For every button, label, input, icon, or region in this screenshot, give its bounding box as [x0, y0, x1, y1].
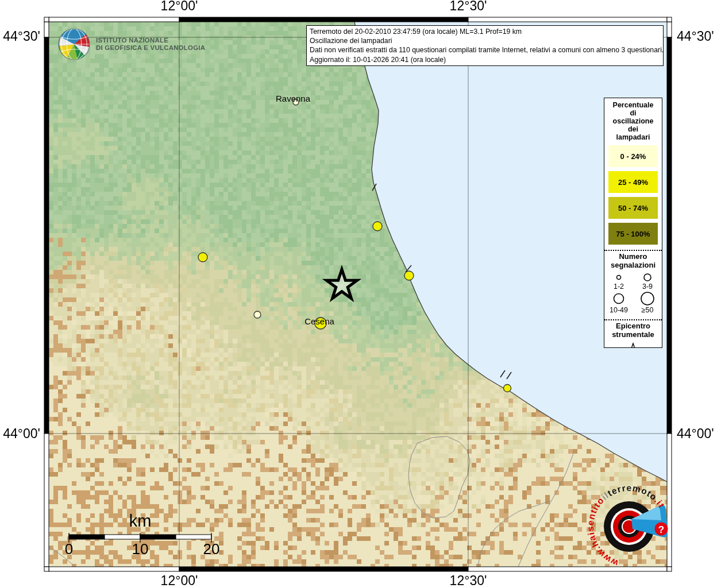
map-frame-band: [49, 17, 179, 22]
map-frame-band: [667, 22, 672, 37]
legend-percent-title-l3: oscillazione: [604, 117, 662, 125]
observation-dot: [198, 253, 207, 262]
ingv-globe-icon: [57, 28, 91, 61]
lon-label-bottom-1200: 12°00': [161, 573, 198, 588]
scale-bar-tick-label: 10: [132, 540, 149, 558]
legend: Percentuale di oscillazione dei lampadar…: [604, 98, 662, 348]
lat-label-left-4430: 44°30': [1, 29, 40, 44]
legend-counts-title-l2: segnalazioni: [604, 261, 662, 270]
legend-counts-title: Numero segnalazioni: [604, 253, 662, 269]
observation-dot: [504, 385, 511, 392]
count-circle-50plus-icon: [638, 291, 657, 307]
observation-dot: [373, 222, 382, 231]
count-label-1-2: 1-2: [604, 283, 633, 291]
haisentito-watermark-logo: ?www.haisentitoilterremoto.it: [585, 483, 668, 568]
event-title: Terremoto del 20-02-2010 23:47:59 (ora l…: [310, 27, 660, 36]
scale-bar-segment: [69, 535, 105, 539]
lon-label-bottom-1230: 12°30': [450, 573, 487, 588]
map-frame-band: [667, 17, 672, 22]
macroseismic-map-page: 01020kmRavennaCesena?www.haisentitoilter…: [0, 0, 721, 588]
map-frame-band: [44, 434, 49, 567]
legend-epicenter-title-l2: strumentale: [604, 331, 662, 339]
epicenter-star: [326, 269, 357, 299]
map-frame-band: [667, 37, 672, 434]
city-label-cesena: Cesena: [304, 316, 334, 326]
legend-percent-title-l2: di: [604, 109, 662, 117]
scale-bar-segment: [105, 535, 140, 539]
scale-bar-segment: [176, 535, 211, 539]
count-label-3-9: 3-9: [633, 283, 662, 291]
map-frame-band: [468, 17, 667, 22]
lat-label-left-4400: 44°00': [1, 426, 40, 442]
legend-swatch-50-74: 50 - 74%: [608, 197, 658, 219]
observation-dot: [404, 271, 414, 280]
scale-bar-unit: km: [129, 512, 152, 530]
scale-bar-tick-label: 0: [65, 540, 73, 558]
admin-boundary: [518, 454, 573, 567]
epicenter-star-icon: [624, 341, 642, 348]
legend-swatch-0-24: 0 - 24%: [608, 145, 658, 167]
legend-percent-title-l4: dei: [604, 125, 662, 133]
lon-label-top-1200: 12°00': [161, 0, 198, 14]
map-frame-band: [667, 434, 672, 567]
map-frame-band: [179, 17, 468, 22]
count-circle-10-49-icon: [609, 291, 629, 307]
lat-label-right-4430: 44°30': [677, 29, 714, 44]
legend-swatch-25-49-label: 25 - 49%: [618, 178, 648, 187]
count-circle-1-2-icon: [609, 270, 629, 283]
legend-swatch-50-74-label: 50 - 74%: [618, 204, 648, 212]
legend-swatch-75-100-label: 75 - 100%: [616, 230, 650, 238]
ingv-name-line1: ISTITUTO NAZIONALE: [96, 37, 205, 45]
event-info-box: Terremoto del 20-02-2010 23:47:59 (ora l…: [306, 25, 664, 66]
map-frame-band: [667, 567, 672, 571]
legend-swatch-25-49: 25 - 49%: [608, 171, 658, 193]
event-updated: Aggiornato il: 10-01-2026 20:41 (ora loc…: [310, 55, 660, 64]
admin-boundary: [478, 501, 550, 567]
map-frame-band: [44, 22, 49, 37]
legend-percent-title-l1: Percentuale: [604, 101, 662, 109]
legend-count-symbols: 1-2 3-9 10-49 ≥50: [604, 270, 662, 314]
legend-swatch-75-100: 75 - 100%: [608, 223, 658, 245]
map-frame-band: [468, 567, 667, 571]
legend-percent-title-l5: lampadari: [604, 133, 662, 141]
legend-divider-2: [604, 319, 662, 320]
event-effect: Oscillazione dei lampadari: [310, 36, 660, 45]
scale-bar-segment: [140, 535, 176, 539]
count-circle-3-9-icon: [638, 270, 657, 283]
legend-counts-title-l1: Numero: [604, 253, 662, 261]
legend-epicenter-title-l1: Epicentro: [604, 322, 662, 331]
map-frame-band: [44, 37, 49, 434]
ingv-logo: ISTITUTO NAZIONALE DI GEOFISICA E VULCAN…: [57, 28, 205, 61]
map-frame-band: [44, 17, 49, 22]
map-frame-band: [49, 567, 179, 571]
legend-epicenter-title: Epicentro strumentale: [604, 322, 662, 339]
admin-boundary: [408, 436, 470, 518]
lon-label-top-1230: 12°30': [450, 0, 487, 14]
count-label-10-49: 10-49: [604, 307, 633, 314]
observation-dot: [254, 311, 261, 318]
event-data-note: Dati non verificati estratti da 110 ques…: [310, 45, 660, 55]
city-label-ravenna: Ravenna: [276, 94, 311, 103]
question-mark: ?: [658, 524, 664, 535]
lat-label-right-4400: 44°00': [677, 426, 714, 442]
legend-percent-title: Percentuale di oscillazione dei lampadar…: [604, 101, 662, 141]
count-label-50plus: ≥50: [633, 307, 662, 314]
legend-divider-1: [604, 250, 662, 251]
map-frame-band: [44, 567, 49, 571]
legend-swatch-0-24-label: 0 - 24%: [620, 152, 646, 161]
map-frame-band: [179, 567, 468, 571]
ingv-name-line2: DI GEOFISICA E VULCANOLOGIA: [96, 44, 205, 52]
scale-bar-tick-label: 20: [203, 540, 220, 558]
